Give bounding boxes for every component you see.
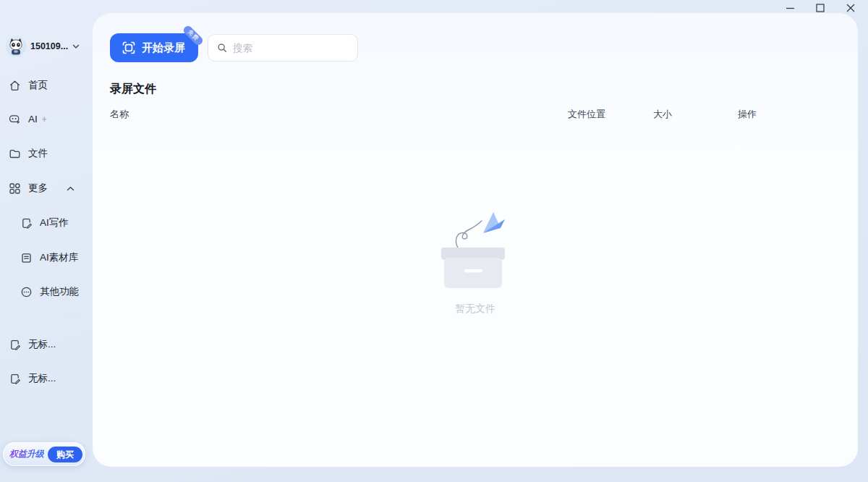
doc-item-label: 无标... xyxy=(28,338,56,351)
close-icon xyxy=(846,4,855,12)
sidebar-item-files[interactable]: 文件 xyxy=(9,147,48,160)
doc-edit-icon xyxy=(9,339,21,351)
grid-icon xyxy=(9,182,21,195)
close-button[interactable] xyxy=(841,1,861,15)
search-box[interactable] xyxy=(208,34,358,62)
start-recording-button[interactable]: 开始录屏 免费 xyxy=(110,33,198,62)
free-badge: 免费 xyxy=(182,24,204,46)
sidebar-item-label: 首页 xyxy=(28,79,48,92)
buy-button[interactable]: 购买 xyxy=(48,447,82,462)
ai-plus-suffix: + xyxy=(42,114,47,124)
sidebar-item-ai-assets[interactable]: AI素材库 xyxy=(20,251,78,264)
column-header-location: 文件位置 xyxy=(568,108,605,121)
empty-box-illustration xyxy=(430,210,521,298)
minimize-icon xyxy=(786,4,795,13)
sidebar-item-ai[interactable]: AI + xyxy=(9,113,47,125)
chevron-up-icon xyxy=(67,183,75,194)
empty-state: 暂无文件 xyxy=(93,210,858,316)
ai-robot-icon xyxy=(9,113,21,125)
sidebar-item-label: AI素材库 xyxy=(40,251,78,264)
sidebar-item-ai-writing[interactable]: AI写作 xyxy=(20,216,69,229)
doc-item-label: 无标... xyxy=(28,372,56,385)
sidebar-item-label: 其他功能 xyxy=(40,285,79,298)
sidebar-doc-item-1[interactable]: 无标... xyxy=(9,338,56,351)
search-input[interactable] xyxy=(233,43,349,54)
chevron-down-icon xyxy=(72,44,80,49)
ellipsis-circle-icon xyxy=(20,286,33,298)
sidebar-divider xyxy=(6,316,81,317)
mascot-cat-icon xyxy=(8,38,24,55)
upgrade-label: 权益升级 xyxy=(9,448,44,460)
sidebar-item-label: 文件 xyxy=(28,147,48,160)
sidebar-item-label: AI写作 xyxy=(40,216,69,229)
sidebar-doc-item-2[interactable]: 无标... xyxy=(9,372,56,385)
column-header-name: 名称 xyxy=(110,108,129,121)
search-icon xyxy=(217,42,227,54)
account-name: 150109... xyxy=(30,41,68,51)
library-icon xyxy=(20,252,33,264)
folder-icon xyxy=(9,148,21,160)
upgrade-banner: 权益升级 购买 xyxy=(3,442,85,466)
avatar xyxy=(6,36,26,56)
doc-edit-icon xyxy=(9,373,21,385)
doc-edit-icon xyxy=(20,217,33,229)
home-icon xyxy=(9,80,21,92)
sidebar-item-label: 更多 xyxy=(28,182,48,195)
sidebar-item-more[interactable]: 更多 xyxy=(9,182,48,195)
column-header-actions: 操作 xyxy=(738,108,757,121)
page-title: 录屏文件 xyxy=(110,82,156,97)
maximize-icon xyxy=(816,4,825,12)
sidebar-item-other[interactable]: 其他功能 xyxy=(20,285,79,298)
sidebar: 150109... 首页 AI + 文件 xyxy=(0,0,93,482)
empty-state-text: 暂无文件 xyxy=(455,303,495,316)
minimize-button[interactable] xyxy=(780,1,800,15)
start-recording-label: 开始录屏 xyxy=(142,41,185,55)
sidebar-item-label: AI xyxy=(28,114,38,124)
account-menu[interactable]: 150109... xyxy=(6,36,80,56)
sidebar-item-home[interactable]: 首页 xyxy=(9,79,48,92)
screen-record-icon xyxy=(122,41,136,55)
main-panel: 开始录屏 免费 录屏文件 名称 文件位置 大小 操作 暂无文件 xyxy=(93,13,858,467)
maximize-button[interactable] xyxy=(810,1,830,15)
titlebar xyxy=(780,0,861,16)
column-header-size: 大小 xyxy=(653,108,672,121)
